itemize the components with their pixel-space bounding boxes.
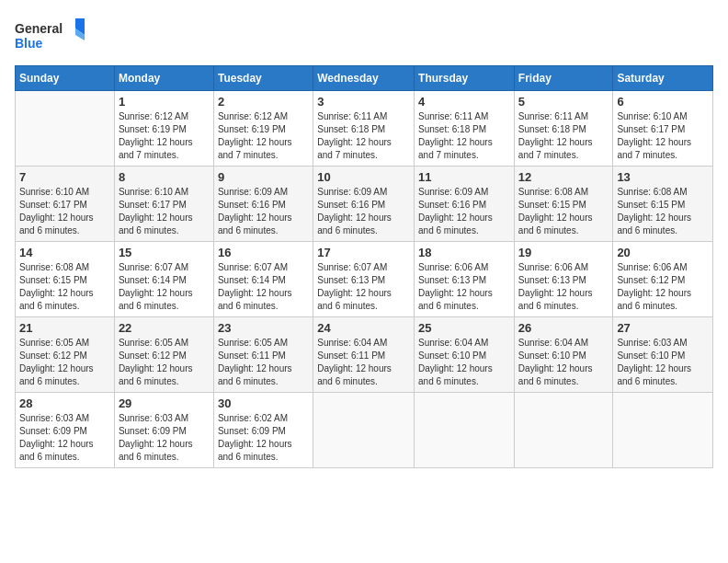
calendar-cell: 8Sunrise: 6:10 AMSunset: 6:17 PMDaylight… <box>114 167 213 242</box>
calendar-cell: 19Sunrise: 6:06 AMSunset: 6:13 PMDayligh… <box>514 242 613 317</box>
calendar-cell: 20Sunrise: 6:06 AMSunset: 6:12 PMDayligh… <box>613 242 713 317</box>
col-header-sunday: Sunday <box>16 66 115 91</box>
day-number: 23 <box>218 321 309 335</box>
day-number: 21 <box>19 321 110 335</box>
calendar-cell: 14Sunrise: 6:08 AMSunset: 6:15 PMDayligh… <box>16 242 115 317</box>
day-info: Sunrise: 6:04 AMSunset: 6:10 PMDaylight:… <box>418 337 510 388</box>
col-header-saturday: Saturday <box>613 66 713 91</box>
day-info: Sunrise: 6:11 AMSunset: 6:18 PMDaylight:… <box>518 110 609 162</box>
day-info: Sunrise: 6:10 AMSunset: 6:17 PMDaylight:… <box>617 110 709 162</box>
day-number: 1 <box>119 95 210 109</box>
day-info: Sunrise: 6:09 AMSunset: 6:16 PMDaylight:… <box>218 186 309 237</box>
calendar-cell: 3Sunrise: 6:11 AMSunset: 6:18 PMDaylight… <box>313 91 415 167</box>
calendar-cell: 13Sunrise: 6:08 AMSunset: 6:15 PMDayligh… <box>613 167 713 242</box>
col-header-thursday: Thursday <box>415 66 515 91</box>
day-info: Sunrise: 6:05 AMSunset: 6:12 PMDaylight:… <box>19 337 110 388</box>
day-number: 8 <box>119 170 210 184</box>
calendar-cell: 7Sunrise: 6:10 AMSunset: 6:17 PMDaylight… <box>16 167 115 242</box>
calendar-cell <box>16 91 115 167</box>
day-number: 11 <box>418 170 510 184</box>
day-number: 16 <box>218 246 309 259</box>
day-info: Sunrise: 6:09 AMSunset: 6:16 PMDaylight:… <box>418 186 510 237</box>
day-info: Sunrise: 6:09 AMSunset: 6:16 PMDaylight:… <box>317 186 410 237</box>
svg-text:General: General <box>15 21 63 36</box>
day-number: 24 <box>317 321 410 335</box>
calendar-cell: 1Sunrise: 6:12 AMSunset: 6:19 PMDaylight… <box>114 91 213 167</box>
day-info: Sunrise: 6:03 AMSunset: 6:09 PMDaylight:… <box>19 412 110 464</box>
day-number: 20 <box>617 246 709 259</box>
page-header: General Blue <box>15 15 713 56</box>
calendar-week-4: 21Sunrise: 6:05 AMSunset: 6:12 PMDayligh… <box>16 317 713 393</box>
day-number: 10 <box>317 170 410 184</box>
day-info: Sunrise: 6:07 AMSunset: 6:13 PMDaylight:… <box>317 261 410 313</box>
day-number: 28 <box>19 396 110 410</box>
calendar-week-5: 28Sunrise: 6:03 AMSunset: 6:09 PMDayligh… <box>16 393 713 468</box>
calendar-cell: 21Sunrise: 6:05 AMSunset: 6:12 PMDayligh… <box>16 317 115 393</box>
calendar-cell: 17Sunrise: 6:07 AMSunset: 6:13 PMDayligh… <box>313 242 415 317</box>
calendar-cell: 4Sunrise: 6:11 AMSunset: 6:18 PMDaylight… <box>415 91 515 167</box>
calendar-cell: 28Sunrise: 6:03 AMSunset: 6:09 PMDayligh… <box>16 393 115 468</box>
day-number: 29 <box>119 396 210 410</box>
logo: General Blue <box>15 15 88 56</box>
day-number: 5 <box>518 95 609 109</box>
day-info: Sunrise: 6:12 AMSunset: 6:19 PMDaylight:… <box>218 110 309 162</box>
calendar-cell <box>313 393 415 468</box>
calendar-table: SundayMondayTuesdayWednesdayThursdayFrid… <box>15 65 713 468</box>
day-number: 7 <box>19 170 110 184</box>
calendar-cell: 10Sunrise: 6:09 AMSunset: 6:16 PMDayligh… <box>313 167 415 242</box>
day-number: 25 <box>418 321 510 335</box>
calendar-cell <box>514 393 613 468</box>
svg-text:Blue: Blue <box>15 36 43 51</box>
day-info: Sunrise: 6:08 AMSunset: 6:15 PMDaylight:… <box>617 186 709 237</box>
day-number: 3 <box>317 95 410 109</box>
day-info: Sunrise: 6:12 AMSunset: 6:19 PMDaylight:… <box>119 110 210 162</box>
col-header-tuesday: Tuesday <box>213 66 313 91</box>
day-info: Sunrise: 6:06 AMSunset: 6:13 PMDaylight:… <box>518 261 609 313</box>
calendar-cell <box>415 393 515 468</box>
day-number: 22 <box>119 321 210 335</box>
calendar-cell: 25Sunrise: 6:04 AMSunset: 6:10 PMDayligh… <box>415 317 515 393</box>
day-info: Sunrise: 6:04 AMSunset: 6:11 PMDaylight:… <box>317 337 410 388</box>
day-number: 15 <box>119 246 210 259</box>
calendar-week-3: 14Sunrise: 6:08 AMSunset: 6:15 PMDayligh… <box>16 242 713 317</box>
calendar-cell: 23Sunrise: 6:05 AMSunset: 6:11 PMDayligh… <box>213 317 313 393</box>
day-info: Sunrise: 6:10 AMSunset: 6:17 PMDaylight:… <box>19 186 110 237</box>
calendar-week-2: 7Sunrise: 6:10 AMSunset: 6:17 PMDaylight… <box>16 167 713 242</box>
calendar-cell <box>613 393 713 468</box>
day-info: Sunrise: 6:04 AMSunset: 6:10 PMDaylight:… <box>518 337 609 388</box>
calendar-cell: 2Sunrise: 6:12 AMSunset: 6:19 PMDaylight… <box>213 91 313 167</box>
day-number: 26 <box>518 321 609 335</box>
day-info: Sunrise: 6:08 AMSunset: 6:15 PMDaylight:… <box>19 261 110 313</box>
calendar-header-row: SundayMondayTuesdayWednesdayThursdayFrid… <box>16 66 713 91</box>
calendar-cell: 18Sunrise: 6:06 AMSunset: 6:13 PMDayligh… <box>415 242 515 317</box>
col-header-monday: Monday <box>114 66 213 91</box>
day-info: Sunrise: 6:11 AMSunset: 6:18 PMDaylight:… <box>317 110 410 162</box>
calendar-week-1: 1Sunrise: 6:12 AMSunset: 6:19 PMDaylight… <box>16 91 713 167</box>
day-number: 9 <box>218 170 309 184</box>
day-info: Sunrise: 6:07 AMSunset: 6:14 PMDaylight:… <box>218 261 309 313</box>
day-number: 30 <box>218 396 309 410</box>
calendar-cell: 26Sunrise: 6:04 AMSunset: 6:10 PMDayligh… <box>514 317 613 393</box>
day-info: Sunrise: 6:02 AMSunset: 6:09 PMDaylight:… <box>218 412 309 464</box>
calendar-cell: 30Sunrise: 6:02 AMSunset: 6:09 PMDayligh… <box>213 393 313 468</box>
day-info: Sunrise: 6:06 AMSunset: 6:12 PMDaylight:… <box>617 261 709 313</box>
day-info: Sunrise: 6:03 AMSunset: 6:09 PMDaylight:… <box>119 412 210 464</box>
calendar-cell: 22Sunrise: 6:05 AMSunset: 6:12 PMDayligh… <box>114 317 213 393</box>
calendar-cell: 11Sunrise: 6:09 AMSunset: 6:16 PMDayligh… <box>415 167 515 242</box>
day-number: 4 <box>418 95 510 109</box>
day-info: Sunrise: 6:11 AMSunset: 6:18 PMDaylight:… <box>418 110 510 162</box>
day-number: 13 <box>617 170 709 184</box>
day-number: 12 <box>518 170 609 184</box>
calendar-cell: 24Sunrise: 6:04 AMSunset: 6:11 PMDayligh… <box>313 317 415 393</box>
calendar-cell: 27Sunrise: 6:03 AMSunset: 6:10 PMDayligh… <box>613 317 713 393</box>
day-info: Sunrise: 6:10 AMSunset: 6:17 PMDaylight:… <box>119 186 210 237</box>
calendar-cell: 15Sunrise: 6:07 AMSunset: 6:14 PMDayligh… <box>114 242 213 317</box>
day-info: Sunrise: 6:06 AMSunset: 6:13 PMDaylight:… <box>418 261 510 313</box>
calendar-cell: 16Sunrise: 6:07 AMSunset: 6:14 PMDayligh… <box>213 242 313 317</box>
day-number: 6 <box>617 95 709 109</box>
day-number: 18 <box>418 246 510 259</box>
calendar-cell: 12Sunrise: 6:08 AMSunset: 6:15 PMDayligh… <box>514 167 613 242</box>
col-header-friday: Friday <box>514 66 613 91</box>
day-info: Sunrise: 6:07 AMSunset: 6:14 PMDaylight:… <box>119 261 210 313</box>
day-info: Sunrise: 6:03 AMSunset: 6:10 PMDaylight:… <box>617 337 709 388</box>
